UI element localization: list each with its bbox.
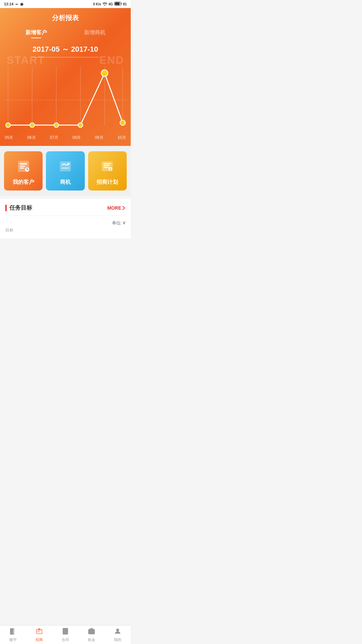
x-axis-labels: 05月 06月 07月 08月 09月 10月 bbox=[0, 133, 131, 141]
investment-plan-icon: ¥ bbox=[99, 158, 116, 175]
wifi-icon bbox=[103, 2, 107, 6]
svg-point-11 bbox=[30, 123, 35, 127]
divider bbox=[5, 216, 125, 216]
target-label: 目标 bbox=[5, 227, 125, 233]
network-speed: 0 K/s bbox=[93, 2, 101, 6]
tab-row: 新增客户 新增商机 bbox=[0, 29, 131, 42]
task-header: 任务目标 MORE bbox=[5, 204, 125, 212]
svg-point-13 bbox=[78, 123, 83, 127]
tab-new-customers[interactable]: 新增客户 bbox=[25, 29, 47, 36]
svg-point-14 bbox=[101, 70, 108, 76]
status-left: 13:14 ∞ ◉ bbox=[4, 2, 23, 6]
card-opportunities-label: 商机 bbox=[60, 179, 71, 186]
record-icon: ◉ bbox=[20, 2, 23, 6]
card-opportunities[interactable]: 商机 bbox=[46, 151, 84, 191]
opportunities-icon bbox=[57, 158, 74, 175]
battery-icon bbox=[114, 2, 122, 6]
card-my-customers[interactable]: 我的客户 bbox=[4, 151, 43, 191]
battery-level: 81 bbox=[123, 2, 127, 6]
task-title-group: 任务目标 bbox=[5, 204, 32, 212]
header-chart-section: 分析报表 新增客户 新增商机 2017-05 ～ 2017-10 START E… bbox=[0, 8, 131, 146]
red-accent-bar bbox=[5, 205, 7, 211]
action-cards: 我的客户 商机 ¥ 招商计划 bbox=[0, 146, 131, 196]
x-label-10: 10月 bbox=[118, 135, 126, 141]
svg-point-22 bbox=[67, 163, 69, 165]
svg-point-10 bbox=[6, 123, 10, 127]
svg-rect-26 bbox=[104, 165, 110, 166]
unit-row: 单位: ¥ bbox=[5, 220, 125, 226]
svg-rect-27 bbox=[104, 167, 109, 168]
svg-rect-23 bbox=[62, 168, 69, 169]
more-label: MORE bbox=[107, 205, 121, 211]
tab-new-opportunities[interactable]: 新增商机 bbox=[84, 29, 106, 36]
watermark-row: START END bbox=[0, 54, 131, 66]
x-label-05: 05月 bbox=[5, 135, 13, 141]
watermark-start: START bbox=[7, 54, 45, 66]
x-label-09: 09月 bbox=[95, 135, 103, 141]
task-title: 任务目标 bbox=[9, 204, 32, 212]
status-bar: 13:14 ∞ ◉ 0 K/s 4G 81 bbox=[0, 0, 131, 8]
svg-rect-18 bbox=[20, 166, 25, 167]
svg-rect-25 bbox=[104, 163, 111, 164]
x-label-06: 06月 bbox=[27, 135, 36, 141]
line-chart bbox=[3, 66, 127, 133]
card-investment-plan-label: 招商计划 bbox=[97, 179, 118, 186]
page-title: 分析报表 bbox=[0, 8, 131, 29]
loop-icon: ∞ bbox=[15, 2, 18, 6]
status-right: 0 K/s 4G 81 bbox=[93, 2, 127, 6]
x-label-07: 07月 bbox=[50, 135, 58, 141]
svg-rect-17 bbox=[20, 163, 27, 165]
svg-rect-1 bbox=[115, 2, 120, 5]
time: 13:14 bbox=[4, 2, 13, 6]
card-investment-plan[interactable]: ¥ 招商计划 bbox=[88, 151, 127, 191]
x-label-08: 08月 bbox=[72, 135, 81, 141]
my-customers-icon bbox=[15, 158, 32, 175]
network-type: 4G bbox=[109, 2, 113, 6]
more-button[interactable]: MORE bbox=[107, 205, 125, 211]
chart-svg bbox=[3, 66, 127, 133]
chevron-right-icon bbox=[122, 206, 125, 210]
svg-rect-2 bbox=[121, 3, 122, 5]
svg-point-15 bbox=[120, 120, 125, 125]
svg-rect-21 bbox=[60, 161, 71, 171]
svg-point-12 bbox=[54, 123, 59, 127]
date-range[interactable]: 2017-05 ～ 2017-10 bbox=[0, 42, 131, 56]
task-section: 任务目标 MORE 单位: ¥ 目标 bbox=[0, 199, 131, 238]
watermark-end: END bbox=[99, 54, 124, 66]
svg-rect-19 bbox=[20, 168, 24, 169]
unit-label: 单位: ¥ bbox=[112, 220, 125, 225]
card-my-customers-label: 我的客户 bbox=[13, 179, 34, 186]
